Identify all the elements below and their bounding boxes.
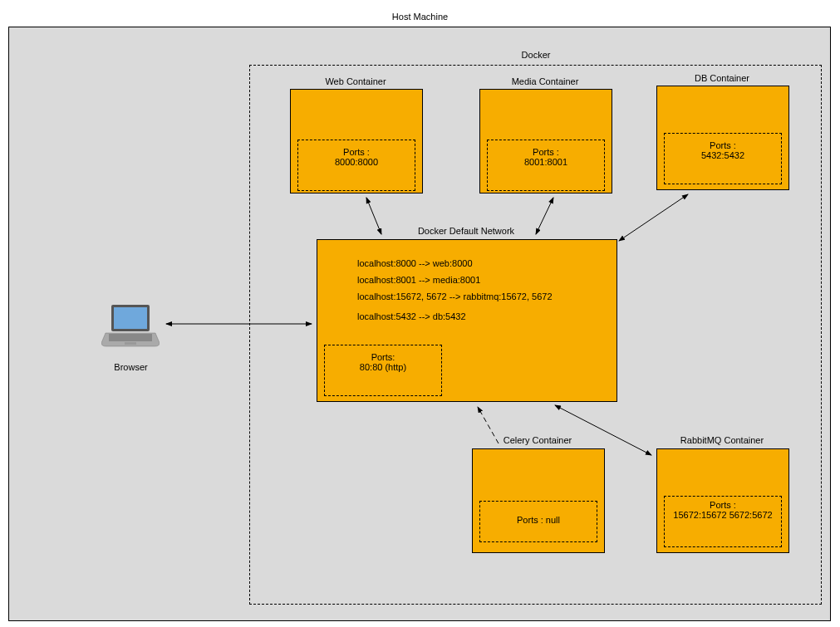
network-mapping-line: localhost:5432 --> db:5432 — [357, 311, 466, 321]
db-container-box: Ports : 5432:5432 — [656, 86, 789, 190]
network-box: localhost:8000 --> web:8000 localhost:80… — [317, 239, 617, 402]
laptop-icon — [101, 303, 160, 349]
ports-value: 8001:8001 — [488, 157, 604, 167]
media-ports-box: Ports : 8001:8001 — [487, 140, 605, 191]
ports-label: Ports: — [325, 352, 441, 362]
docker-label: Docker — [249, 50, 823, 60]
rabbitmq-container-box: Ports : 15672:15672 5672:5672 — [656, 448, 789, 553]
diagram-canvas: Host Machine Docker Browser Web Containe… — [0, 0, 840, 627]
svg-rect-1 — [114, 307, 147, 329]
media-container-title: Media Container — [479, 76, 611, 86]
network-title: Docker Default Network — [317, 226, 616, 236]
ports-label: Ports : — [488, 147, 604, 157]
svg-rect-2 — [109, 334, 152, 341]
db-container-title: DB Container — [656, 73, 788, 83]
celery-container-title: Celery Container — [472, 435, 603, 445]
celery-container-box: Ports : null — [472, 448, 605, 553]
web-container-box: Ports : 8000:8000 — [290, 89, 423, 193]
ports-label: Ports : — [665, 140, 781, 150]
host-machine-label: Host Machine — [0, 12, 840, 22]
db-ports-box: Ports : 5432:5432 — [664, 133, 782, 184]
ports-label: Ports : — [298, 147, 415, 157]
browser-label: Browser — [91, 362, 170, 372]
rabbitmq-ports-box: Ports : 15672:15672 5672:5672 — [664, 496, 782, 547]
ports-value: 5432:5432 — [665, 150, 781, 160]
network-mapping-line: localhost:15672, 5672 --> rabbitmq:15672… — [357, 291, 553, 301]
network-ports-box: Ports: 80:80 (http) — [324, 345, 442, 396]
ports-value: 80:80 (http) — [325, 362, 441, 372]
ports-value: 8000:8000 — [298, 157, 415, 167]
celery-ports-box: Ports : null — [479, 501, 597, 542]
ports-label: Ports : — [665, 500, 781, 510]
network-mapping-line: localhost:8001 --> media:8001 — [357, 275, 480, 285]
rabbitmq-container-title: RabbitMQ Container — [656, 435, 788, 445]
network-mapping-line: localhost:8000 --> web:8000 — [357, 258, 473, 268]
svg-rect-3 — [125, 342, 136, 345]
ports-value: 15672:15672 5672:5672 — [665, 510, 781, 520]
media-container-box: Ports : 8001:8001 — [479, 89, 612, 193]
web-container-title: Web Container — [290, 76, 421, 86]
web-ports-box: Ports : 8000:8000 — [297, 140, 415, 191]
ports-label: Ports : null — [480, 502, 597, 538]
